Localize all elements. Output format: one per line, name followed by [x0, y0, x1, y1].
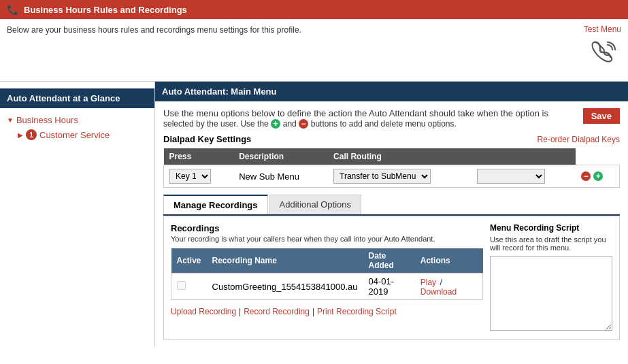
press-cell: Key 1: [164, 165, 234, 188]
customer-service-badge: 1: [26, 129, 37, 140]
reorder-dialpad-link[interactable]: Re-order Dialpad Keys: [538, 135, 620, 144]
col-description: Description: [233, 148, 328, 165]
dialpad-row-1: Key 1 New Sub Menu Transfer to SubMenu: [164, 165, 620, 188]
recording-name-value: CustomGreeting_1554153841000.au: [212, 282, 358, 292]
title-bar: 📞 Business Hours Rules and Recordings: [0, 0, 628, 19]
dialpad-section-header: Dialpad Key Settings Re-order Dialpad Ke…: [163, 134, 620, 144]
minus-circle-icon: −: [299, 119, 308, 129]
plus-circle-icon: +: [271, 119, 280, 129]
upload-recording-link[interactable]: Upload Recording: [171, 307, 236, 316]
sidebar-customer-service-label: Customer Service: [39, 130, 110, 140]
tab-additional-options[interactable]: Additional Options: [269, 195, 362, 214]
col-actions: Actions: [415, 248, 483, 274]
active-checkbox[interactable]: [177, 281, 186, 290]
tab-manage-recordings[interactable]: Manage Recordings: [163, 195, 268, 214]
play-link[interactable]: Play: [420, 278, 436, 287]
phone-svg-icon: [589, 37, 621, 69]
recordings-title: Recordings: [171, 223, 483, 233]
title-icon: 📞: [7, 4, 18, 15]
sidebar-item-business-hours[interactable]: ▼ Business Hours: [7, 115, 148, 125]
arrow-right-icon: ▶: [18, 131, 23, 139]
arrow-down-icon: ▼: [7, 116, 14, 124]
script-textarea[interactable]: [490, 256, 612, 331]
pipe-sep-1: |: [239, 307, 241, 316]
pipe-sep-2: |: [312, 307, 314, 316]
call-routing-select[interactable]: Transfer to SubMenu: [333, 169, 431, 184]
record-recording-link[interactable]: Record Recording: [244, 307, 310, 316]
recording-row-1: CustomGreeting_1554153841000.au 04-01-20…: [171, 274, 483, 300]
sidebar-content: ▼ Business Hours ▶ 1 Customer Service: [0, 108, 154, 147]
script-desc: Use this area to draft the script you wi…: [490, 235, 612, 252]
title-label: Business Hours Rules and Recordings: [24, 5, 187, 15]
script-title: Menu Recording Script: [490, 223, 612, 233]
col-recording-name: Recording Name: [207, 248, 363, 274]
desc-line2-part1: selected by the user. Use the: [163, 119, 271, 129]
main-area: Auto Attendant: Main Menu Use the menu o…: [155, 82, 628, 347]
main-header: Auto Attendant: Main Menu: [155, 82, 628, 101]
col-active: Active: [171, 248, 207, 274]
main-content: Use the menu options below to define the…: [155, 101, 628, 347]
print-script-link[interactable]: Print Recording Script: [317, 307, 397, 316]
col-press: Press: [164, 148, 234, 165]
download-link[interactable]: Download: [420, 287, 457, 297]
col-actions-spacer: [472, 148, 576, 165]
desc-line1: Use the menu options below to define the…: [163, 108, 548, 118]
recordings-table: Active Recording Name Date Added Actions: [171, 248, 483, 300]
add-row-icon[interactable]: +: [593, 171, 603, 181]
call-routing-cell: Transfer to SubMenu: [328, 165, 472, 188]
info-description: Below are your business hours rules and …: [7, 25, 301, 35]
script-panel: Menu Recording Script Use this area to d…: [490, 223, 612, 333]
description-value: New Sub Menu: [239, 171, 299, 182]
main-layout: Auto Attendant at a Glance ▼ Business Ho…: [0, 81, 628, 347]
desc-line2-part2: buttons to add and delete menu options.: [311, 119, 457, 129]
date-added-value: 04-01-2019: [368, 276, 394, 297]
key-select[interactable]: Key 1: [169, 169, 211, 184]
dialpad-label: Dialpad Key Settings: [163, 134, 251, 144]
description-cell: New Sub Menu: [233, 165, 328, 188]
recordings-desc: Your recording is what your callers hear…: [171, 235, 483, 243]
sidebar-item-customer-service[interactable]: ▶ 1 Customer Service: [18, 129, 148, 140]
sub-routing-select[interactable]: [477, 169, 545, 184]
dialpad-table: Press Description Call Routing Key 1: [163, 148, 620, 188]
main-description-row: Use the menu options below to define the…: [163, 108, 620, 129]
recordings-panel: Recordings Your recording is what your c…: [163, 216, 620, 340]
desc-and: and: [283, 119, 299, 129]
test-menu-link[interactable]: Test Menu: [584, 24, 621, 34]
sidebar-header: Auto Attendant at a Glance: [0, 88, 154, 108]
tabs-row: Manage Recordings Additional Options: [163, 195, 620, 216]
row-action-icons: − +: [581, 171, 614, 181]
sidebar-business-hours-label: Business Hours: [16, 115, 78, 125]
actions-cell: Play / Download: [415, 274, 483, 300]
sidebar: Auto Attendant at a Glance ▼ Business Ho…: [0, 82, 155, 347]
pipe-divider: /: [440, 277, 442, 287]
active-cell: [171, 274, 207, 300]
remove-row-icon[interactable]: −: [581, 171, 591, 181]
phone-icon-area: [589, 37, 621, 76]
recording-name-cell: CustomGreeting_1554153841000.au: [207, 274, 363, 300]
row-action-cell: − +: [576, 165, 619, 188]
main-desc-text: Use the menu options below to define the…: [163, 108, 583, 129]
date-added-cell: 04-01-2019: [363, 274, 414, 300]
recordings-left: Recordings Your recording is what your c…: [171, 223, 483, 333]
save-button[interactable]: Save: [583, 108, 620, 124]
col-date-added: Date Added: [363, 248, 414, 274]
sub-routing-cell: [472, 165, 576, 188]
col-call-routing: Call Routing: [328, 148, 472, 165]
info-bar: Below are your business hours rules and …: [0, 19, 628, 81]
upload-row: Upload Recording | Record Recording | Pr…: [171, 307, 483, 316]
